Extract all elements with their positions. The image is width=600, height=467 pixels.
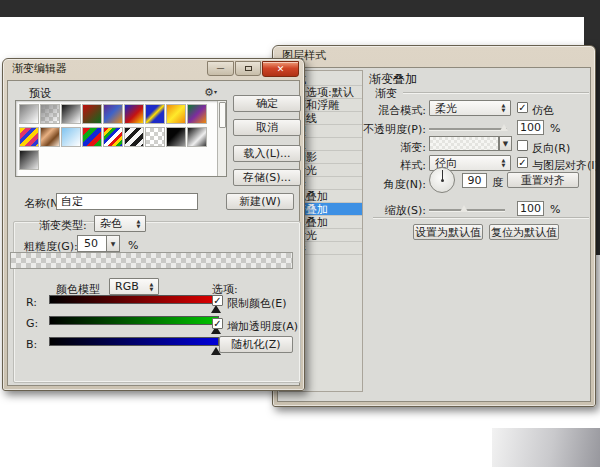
channel-b-bar[interactable] (49, 337, 219, 346)
roughness-spinner[interactable]: 50 ▼ (77, 235, 120, 252)
opacity-slider[interactable] (429, 128, 507, 131)
window-controls: — ✕ (207, 61, 299, 77)
minimize-icon: — (217, 64, 225, 73)
screenshot-root: 图层样式 样式 混合选项:默认 斜面和浮雕 等高线 纹理 描边 内阴影 内发光 … (0, 0, 600, 467)
gradient-preset-swatch[interactable] (145, 127, 165, 147)
opacity-slider-thumb[interactable] (500, 124, 508, 131)
gradient-preview-swatch[interactable] (429, 136, 499, 151)
gradient-editor-dialog: 渐变编辑器 — ✕ 预设 ⚙▾ (2, 58, 305, 391)
gradient-preset-swatch[interactable] (61, 127, 81, 147)
gradient-preset-swatch[interactable] (103, 127, 123, 147)
set-default-button[interactable]: 设置为默认值 (413, 224, 483, 240)
blend-mode-label: 混合模式: (338, 103, 426, 118)
close-icon: ✕ (277, 64, 285, 74)
preset-box (15, 100, 227, 177)
channel-r-bar[interactable] (49, 295, 219, 304)
blend-mode-select[interactable]: 柔光 ▲▼ (429, 100, 511, 116)
reverse-label: 反向(R) (532, 141, 570, 156)
scale-slider-thumb[interactable] (460, 205, 468, 212)
dither-checkbox[interactable]: ✓ (517, 102, 528, 113)
channel-b-label: B: (26, 338, 37, 351)
angle-unit: 度 (492, 175, 503, 190)
gradient-preset-swatch[interactable] (19, 127, 39, 147)
dither-label: 仿色 (532, 103, 554, 118)
app-dark-bar (0, 0, 600, 17)
scale-unit: % (550, 203, 560, 216)
gradient-preset-swatch[interactable] (40, 127, 60, 147)
presets-label: 预设 (29, 86, 51, 101)
name-input[interactable] (56, 193, 198, 210)
add-transparency-label: 增加透明度(A) (227, 319, 298, 334)
maximize-button[interactable] (235, 61, 261, 76)
roughness-unit: % (128, 239, 138, 252)
gradient-preset-swatch[interactable] (124, 127, 144, 147)
gradient-preset-swatch[interactable] (103, 104, 123, 124)
save-button[interactable]: 存储(S)... (233, 169, 301, 186)
layer-style-dialog: 图层样式 样式 混合选项:默认 斜面和浮雕 等高线 纹理 描边 内阴影 内发光 … (272, 45, 596, 407)
combo-arrows-icon: ▲▼ (147, 282, 156, 292)
reset-default-button[interactable]: 复位为默认值 (489, 224, 559, 240)
gradient-label: 渐变: (338, 140, 426, 155)
reverse-checkbox[interactable] (517, 140, 528, 151)
opacity-unit: % (550, 122, 560, 135)
restrict-colors-checkbox[interactable]: ✓ (212, 295, 223, 306)
new-button[interactable]: 新建(W) (226, 193, 294, 210)
spinner-arrow-icon[interactable]: ▼ (106, 236, 119, 251)
layer-style-client: 样式 混合选项:默认 斜面和浮雕 等高线 纹理 描边 内阴影 内发光 光泽 颜色… (277, 67, 591, 402)
load-button[interactable]: 载入(L)... (233, 145, 301, 162)
gradient-preset-swatch[interactable] (145, 104, 165, 124)
align-checkbox[interactable]: ✓ (517, 157, 528, 168)
document-preview (492, 428, 600, 467)
angle-value[interactable]: 90 (462, 173, 487, 188)
scale-value[interactable]: 100 (517, 201, 544, 216)
style-label: 样式: (338, 158, 426, 173)
combo-arrows-icon: ▲▼ (134, 219, 143, 229)
gradient-type-label: 渐变类型: (39, 218, 87, 233)
gradient-editor-title: 渐变编辑器 (12, 62, 67, 75)
noise-gradient-strip[interactable] (10, 252, 293, 269)
gradient-preset-swatch[interactable] (40, 104, 60, 124)
scale-label: 缩放(S): (338, 203, 426, 218)
reset-align-button[interactable]: 重置对齐 (507, 172, 579, 188)
angle-label: 角度(N): (338, 177, 426, 192)
gradient-preset-swatch[interactable] (124, 104, 144, 124)
opacity-label: 不透明度(P): (338, 122, 426, 137)
gradient-dropdown-arrow[interactable]: ▼ (499, 136, 512, 151)
gradient-preset-swatch[interactable] (19, 104, 39, 124)
cancel-button[interactable]: 取消 (233, 119, 301, 136)
gradient-preset-swatch[interactable] (19, 150, 39, 170)
opacity-value[interactable]: 100 (517, 120, 544, 135)
gradient-preset-swatch[interactable] (82, 104, 102, 124)
channel-g-label: G: (26, 317, 38, 330)
angle-dial[interactable] (429, 167, 455, 193)
gradient-preset-swatch[interactable] (82, 127, 102, 147)
layer-style-titlebar[interactable]: 图层样式 (273, 46, 595, 65)
gradient-preset-swatch[interactable] (166, 104, 186, 124)
section-divider (373, 217, 589, 219)
gradient-preset-swatch[interactable] (166, 127, 186, 147)
color-model-select[interactable]: RGB ▲▼ (109, 278, 159, 295)
gear-icon: ⚙ (204, 86, 214, 99)
preset-menu-button[interactable]: ⚙▾ (204, 86, 217, 99)
preset-scrollbar-thumb[interactable] (219, 102, 226, 128)
restrict-colors-label: 限制颜色(E) (227, 296, 287, 311)
minimize-button[interactable]: — (207, 61, 234, 76)
group-divider (403, 92, 589, 94)
channel-g-bar[interactable] (49, 316, 219, 325)
ok-button[interactable]: 确定 (233, 95, 301, 112)
gradient-preset-swatch[interactable] (187, 127, 207, 147)
gradient-type-select[interactable]: 杂色 ▲▼ (94, 215, 146, 232)
menu-arrow-icon: ▾ (214, 88, 217, 95)
close-button[interactable]: ✕ (262, 61, 299, 77)
combo-arrows-icon: ▲▼ (499, 103, 508, 113)
gradient-preset-swatch[interactable] (187, 104, 207, 124)
gradient-preset-swatch[interactable] (61, 104, 81, 124)
preset-scrollbar[interactable] (217, 101, 226, 176)
add-transparency-checkbox[interactable]: ✓ (212, 318, 223, 329)
maximize-icon (245, 66, 252, 71)
randomize-button[interactable]: 随机化(Z) (219, 336, 293, 353)
channel-r-thumb[interactable] (211, 305, 221, 313)
gradient-editor-client: 预设 ⚙▾ (7, 80, 300, 386)
combo-arrows-icon: ▲▼ (499, 158, 508, 168)
channel-r-label: R: (26, 296, 37, 309)
